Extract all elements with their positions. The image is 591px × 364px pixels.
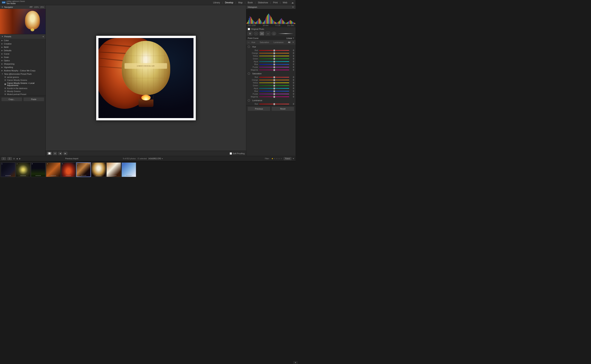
hue-red-slider[interactable] xyxy=(259,50,289,51)
film-thumb-9[interactable]: 9 ★★★★★ xyxy=(122,162,136,177)
film-thumb-4[interactable]: 4 ★★★★★ xyxy=(46,162,60,177)
preset-group-defaults-header[interactable]: ▶ Defaults xyxy=(0,49,46,52)
preset-group-grain-header[interactable]: ▶ Grain xyxy=(0,56,46,59)
filmstrip-next-btn[interactable]: ▶ xyxy=(19,158,21,160)
preset-group-andrew-header[interactable]: ▶ Andrew Murphy - Colour Me Crazy xyxy=(0,69,46,72)
lum-red-slider[interactable] xyxy=(259,104,289,104)
page-num-2[interactable]: 2 xyxy=(7,157,12,160)
zoom-25-btn[interactable]: 25% xyxy=(40,6,44,8)
film-thumb-2[interactable]: 2 ★★★★★ xyxy=(16,162,30,177)
histogram-header[interactable]: Histogram ▼ xyxy=(246,5,295,9)
crop-overlay-icon[interactable]: ⊞ xyxy=(248,32,252,35)
filter-dropdown-icon[interactable]: ▾ xyxy=(293,157,294,160)
luminance-tab[interactable]: Luminance xyxy=(273,41,284,44)
hue-tab[interactable]: Hue xyxy=(251,41,256,44)
graduated-filter-icon[interactable]: ▭ xyxy=(266,32,270,35)
copy-button[interactable]: Copy... xyxy=(1,98,22,101)
hue-orange-slider[interactable] xyxy=(259,53,289,53)
fit-btn[interactable]: FIT xyxy=(30,6,33,8)
sat-orange-slider[interactable] xyxy=(259,80,289,80)
hsl-collapse-icon[interactable]: — xyxy=(248,41,249,43)
filter-star-1[interactable]: ★ xyxy=(272,157,273,160)
original-photo-checkbox[interactable] xyxy=(248,28,250,30)
preset-group-creative-header[interactable]: ▶ Creative xyxy=(0,42,46,46)
radial-filter-icon[interactable]: ◯ xyxy=(272,32,276,35)
navigator-header[interactable]: ▼ Navigator FIT 100% 25% xyxy=(0,5,46,9)
hue-green-slider[interactable] xyxy=(259,58,289,59)
nav-slideshow[interactable]: Slideshow xyxy=(256,0,270,5)
film-thumb-8[interactable]: 8 ★★★★★ xyxy=(106,162,121,177)
saturation-tab[interactable]: Saturation xyxy=(259,41,270,44)
filmstrip-prev-btn[interactable]: ◀ xyxy=(16,158,18,160)
sat-blue-slider[interactable] xyxy=(259,91,289,91)
hue-target-btn[interactable] xyxy=(248,46,250,48)
sat-target-btn[interactable] xyxy=(248,72,250,75)
presets-add-icon[interactable]: + xyxy=(42,35,44,38)
all-tab[interactable]: All xyxy=(287,41,291,44)
nav-map[interactable]: Map xyxy=(236,0,245,5)
exposure-slider-track[interactable] xyxy=(278,33,294,34)
nav-library[interactable]: Library xyxy=(211,0,222,5)
hue-yellow-slider[interactable] xyxy=(259,56,289,56)
rated-badge[interactable]: Rated xyxy=(284,157,291,160)
point-curve-dropdown-icon[interactable]: ▾ xyxy=(293,37,294,39)
spot-removal-icon[interactable]: ○ xyxy=(254,32,258,35)
sat-aqua-slider[interactable] xyxy=(259,88,289,89)
nav-develop[interactable]: Develop xyxy=(223,0,235,5)
nav-web[interactable]: Web xyxy=(281,0,290,5)
cloud-icon[interactable]: ☁ xyxy=(291,1,294,4)
hue-aqua-slider[interactable] xyxy=(259,61,289,62)
film-thumb-3[interactable]: 3 ★★★★★ xyxy=(31,162,46,177)
histogram-expand-icon[interactable]: ▼ xyxy=(292,6,294,8)
presets-header[interactable]: ▼ Presets + xyxy=(0,34,46,39)
grid-btn[interactable]: ⊞ xyxy=(53,152,57,155)
preset-group-tomnoske-header[interactable]: ▼ New @tomnoske Preset Pack xyxy=(0,72,46,76)
filter-star-5[interactable]: ★ xyxy=(280,157,282,160)
hue-purple-slider[interactable] xyxy=(259,67,289,67)
nav-book[interactable]: Book xyxy=(245,0,255,5)
hue-blue-slider[interactable] xyxy=(259,64,289,65)
soft-proof-checkbox[interactable] xyxy=(230,152,232,155)
preset-group-optics-header[interactable]: ▶ Optics xyxy=(0,59,46,62)
preset-group-bw-header[interactable]: ▶ B&W xyxy=(0,46,46,49)
hsl-settings-icon[interactable]: ▼ xyxy=(292,41,294,43)
hue-magenta-slider[interactable] xyxy=(259,70,289,70)
filename-display[interactable]: 141A2852.CR3 ▾ xyxy=(148,158,163,160)
previous-button[interactable]: Previous xyxy=(248,107,270,111)
prev-btn-toolbar[interactable]: ◀ xyxy=(58,152,62,155)
film-thumb-7[interactable]: 7 ★★★★★ xyxy=(91,162,106,177)
nav-print[interactable]: Print xyxy=(271,0,280,5)
adjustment-brush-icon[interactable]: ● xyxy=(260,32,264,35)
preset-group-sharpening-header[interactable]: ▶ Sharpening xyxy=(0,62,46,65)
preset-group-curve-header[interactable]: ▶ Curve xyxy=(0,52,46,56)
point-curve-value[interactable]: Linear ▾ xyxy=(286,37,294,39)
sat-purple-slider[interactable] xyxy=(259,94,289,94)
preset-item-canon-moody[interactable]: Canon Moody Greens xyxy=(0,79,46,82)
crop-tool-btn[interactable]: ⬜ xyxy=(47,152,52,155)
previous-import-btn[interactable]: Previous Import xyxy=(22,158,121,160)
preset-item-aerial[interactable]: aerial greens xyxy=(0,76,46,79)
filmstrip-grid-btn[interactable]: ⊞ xyxy=(13,158,15,160)
preset-item-moody-greens[interactable]: Moody Greens xyxy=(0,90,46,93)
zoom-100-btn[interactable]: 100% xyxy=(34,6,39,8)
preset-group-color-header[interactable]: ▶ Color xyxy=(0,39,46,42)
sat-magenta-slider[interactable] xyxy=(259,97,289,97)
preset-item-kombi[interactable]: Kombi in the darkness xyxy=(0,87,46,90)
page-num-1[interactable]: 1 xyxy=(1,157,6,160)
reset-button[interactable]: Reset xyxy=(272,107,294,111)
film-thumb-6[interactable]: 6 ⚑ ★★★★★ xyxy=(76,162,91,177)
film-thumb-5[interactable]: 5 ★★★★★ xyxy=(61,162,76,177)
preset-group-vignetting-header[interactable]: ▶ Vignetting xyxy=(0,65,46,69)
paste-button[interactable]: Paste xyxy=(24,98,44,101)
film-thumb-1[interactable]: 1 ★★★★★ xyxy=(1,162,15,177)
sat-yellow-slider[interactable] xyxy=(259,83,289,83)
sat-red-slider[interactable] xyxy=(259,77,289,78)
preset-item-muted-portrait[interactable]: Muted portrait Preset xyxy=(0,93,46,96)
filter-star-4[interactable]: ★ xyxy=(278,157,280,160)
lum-target-btn[interactable] xyxy=(248,99,250,102)
preset-item-canon-moody-local[interactable]: Canon Moody Greens + Local Adjustments xyxy=(0,82,46,87)
filter-star-3[interactable]: ★ xyxy=(276,157,278,160)
sat-green-slider[interactable] xyxy=(259,85,289,86)
filter-star-2[interactable]: ★ xyxy=(274,157,276,160)
next-btn-toolbar[interactable]: ▶ xyxy=(64,152,67,155)
